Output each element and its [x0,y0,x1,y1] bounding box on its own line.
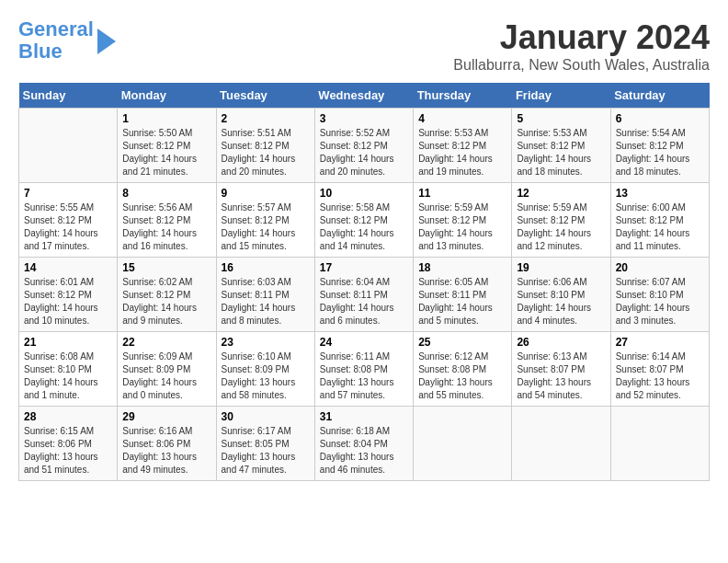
calendar-header: SundayMondayTuesdayWednesdayThursdayFrid… [19,83,710,109]
day-info: Sunrise: 6:15 AM Sunset: 8:06 PM Dayligh… [24,425,112,477]
day-info: Sunrise: 6:17 AM Sunset: 8:05 PM Dayligh… [222,425,310,477]
table-cell: 24Sunrise: 6:11 AM Sunset: 8:08 PM Dayli… [314,332,413,407]
table-cell: 29Sunrise: 6:16 AM Sunset: 8:06 PM Dayli… [118,407,216,481]
day-number: 20 [616,261,704,274]
header-friday: Friday [512,83,610,109]
header-row: SundayMondayTuesdayWednesdayThursdayFrid… [19,83,710,109]
day-number: 24 [320,336,408,349]
week-row-3: 14Sunrise: 6:01 AM Sunset: 8:12 PM Dayli… [19,258,710,332]
table-cell: 1Sunrise: 5:50 AM Sunset: 8:12 PM Daylig… [118,109,216,183]
day-number: 18 [418,261,506,274]
table-cell: 4Sunrise: 5:53 AM Sunset: 8:12 PM Daylig… [414,109,512,183]
day-info: Sunrise: 6:00 AM Sunset: 8:12 PM Dayligh… [616,201,704,253]
table-cell: 26Sunrise: 6:13 AM Sunset: 8:07 PM Dayli… [512,332,610,407]
day-number: 31 [320,410,408,423]
day-info: Sunrise: 6:01 AM Sunset: 8:12 PM Dayligh… [24,276,112,327]
logo: General Blue [18,18,116,63]
table-cell: 18Sunrise: 6:05 AM Sunset: 8:11 PM Dayli… [414,258,512,332]
table-cell: 25Sunrise: 6:12 AM Sunset: 8:08 PM Dayli… [414,332,512,407]
day-number: 10 [320,187,408,200]
day-number: 12 [517,187,605,200]
day-number: 14 [24,261,112,274]
header-sunday: Sunday [19,83,118,109]
day-info: Sunrise: 5:53 AM Sunset: 8:12 PM Dayligh… [517,127,605,178]
day-number: 1 [122,112,210,125]
week-row-1: 1Sunrise: 5:50 AM Sunset: 8:12 PM Daylig… [19,109,710,183]
logo-text: General Blue [18,18,94,63]
table-cell: 13Sunrise: 6:00 AM Sunset: 8:12 PM Dayli… [610,183,709,258]
table-cell: 28Sunrise: 6:15 AM Sunset: 8:06 PM Dayli… [19,407,118,481]
header-saturday: Saturday [610,83,709,109]
table-cell: 10Sunrise: 5:58 AM Sunset: 8:12 PM Dayli… [314,183,413,258]
day-number: 19 [517,261,605,274]
table-cell: 16Sunrise: 6:03 AM Sunset: 8:11 PM Dayli… [216,258,314,332]
header-monday: Monday [118,83,216,109]
title-block: January 2024 Bullaburra, New South Wales… [453,18,710,74]
day-number: 8 [122,187,210,200]
week-row-2: 7Sunrise: 5:55 AM Sunset: 8:12 PM Daylig… [19,183,710,258]
page-header: General Blue January 2024 Bullaburra, Ne… [18,18,710,74]
header-tuesday: Tuesday [216,83,314,109]
day-number: 22 [122,336,210,349]
day-info: Sunrise: 5:56 AM Sunset: 8:12 PM Dayligh… [122,201,210,253]
day-info: Sunrise: 6:13 AM Sunset: 8:07 PM Dayligh… [517,350,605,402]
table-cell: 12Sunrise: 5:59 AM Sunset: 8:12 PM Dayli… [512,183,610,258]
day-info: Sunrise: 6:09 AM Sunset: 8:09 PM Dayligh… [122,350,210,402]
table-cell: 22Sunrise: 6:09 AM Sunset: 8:09 PM Dayli… [118,332,216,407]
table-cell: 3Sunrise: 5:52 AM Sunset: 8:12 PM Daylig… [314,109,413,183]
day-number: 6 [616,112,704,125]
day-number: 16 [222,261,310,274]
day-info: Sunrise: 5:59 AM Sunset: 8:12 PM Dayligh… [517,201,605,253]
day-number: 7 [24,187,112,200]
day-number: 23 [222,336,310,349]
day-info: Sunrise: 6:10 AM Sunset: 8:09 PM Dayligh… [222,350,310,402]
table-cell: 14Sunrise: 6:01 AM Sunset: 8:12 PM Dayli… [19,258,118,332]
week-row-4: 21Sunrise: 6:08 AM Sunset: 8:10 PM Dayli… [19,332,710,407]
day-info: Sunrise: 5:51 AM Sunset: 8:12 PM Dayligh… [222,127,310,178]
table-cell: 19Sunrise: 6:06 AM Sunset: 8:10 PM Dayli… [512,258,610,332]
day-info: Sunrise: 6:18 AM Sunset: 8:04 PM Dayligh… [320,425,408,477]
calendar-body: 1Sunrise: 5:50 AM Sunset: 8:12 PM Daylig… [19,109,710,481]
logo-general: General [18,17,94,40]
table-cell: 5Sunrise: 5:53 AM Sunset: 8:12 PM Daylig… [512,109,610,183]
day-number: 17 [320,261,408,274]
day-number: 30 [222,410,310,423]
day-number: 9 [222,187,310,200]
day-info: Sunrise: 6:03 AM Sunset: 8:11 PM Dayligh… [222,276,310,327]
day-info: Sunrise: 6:16 AM Sunset: 8:06 PM Dayligh… [122,425,210,477]
day-info: Sunrise: 5:55 AM Sunset: 8:12 PM Dayligh… [24,201,112,253]
table-cell: 9Sunrise: 5:57 AM Sunset: 8:12 PM Daylig… [216,183,314,258]
calendar-subtitle: Bullaburra, New South Wales, Australia [453,57,710,74]
day-info: Sunrise: 5:54 AM Sunset: 8:12 PM Dayligh… [616,127,704,178]
day-number: 28 [24,410,112,423]
day-info: Sunrise: 5:53 AM Sunset: 8:12 PM Dayligh… [418,127,506,178]
day-info: Sunrise: 6:07 AM Sunset: 8:10 PM Dayligh… [616,276,704,327]
table-cell: 20Sunrise: 6:07 AM Sunset: 8:10 PM Dayli… [610,258,709,332]
day-number: 29 [122,410,210,423]
table-cell [512,407,610,481]
header-thursday: Thursday [414,83,512,109]
table-cell: 8Sunrise: 5:56 AM Sunset: 8:12 PM Daylig… [118,183,216,258]
day-number: 2 [222,112,310,125]
logo-arrow-icon [97,29,116,54]
day-info: Sunrise: 6:11 AM Sunset: 8:08 PM Dayligh… [320,350,408,402]
table-cell: 23Sunrise: 6:10 AM Sunset: 8:09 PM Dayli… [216,332,314,407]
day-number: 5 [517,112,605,125]
table-cell [414,407,512,481]
table-cell: 11Sunrise: 5:59 AM Sunset: 8:12 PM Dayli… [414,183,512,258]
day-info: Sunrise: 5:57 AM Sunset: 8:12 PM Dayligh… [222,201,310,253]
table-cell [610,407,709,481]
day-info: Sunrise: 5:50 AM Sunset: 8:12 PM Dayligh… [122,127,210,178]
table-cell: 7Sunrise: 5:55 AM Sunset: 8:12 PM Daylig… [19,183,118,258]
day-number: 27 [616,336,704,349]
day-number: 21 [24,336,112,349]
day-number: 26 [517,336,605,349]
day-info: Sunrise: 6:12 AM Sunset: 8:08 PM Dayligh… [418,350,506,402]
day-info: Sunrise: 6:08 AM Sunset: 8:10 PM Dayligh… [24,350,112,402]
day-info: Sunrise: 5:52 AM Sunset: 8:12 PM Dayligh… [320,127,408,178]
day-info: Sunrise: 5:58 AM Sunset: 8:12 PM Dayligh… [320,201,408,253]
table-cell: 2Sunrise: 5:51 AM Sunset: 8:12 PM Daylig… [216,109,314,183]
day-info: Sunrise: 6:14 AM Sunset: 8:07 PM Dayligh… [616,350,704,402]
table-cell: 15Sunrise: 6:02 AM Sunset: 8:12 PM Dayli… [118,258,216,332]
header-wednesday: Wednesday [314,83,413,109]
